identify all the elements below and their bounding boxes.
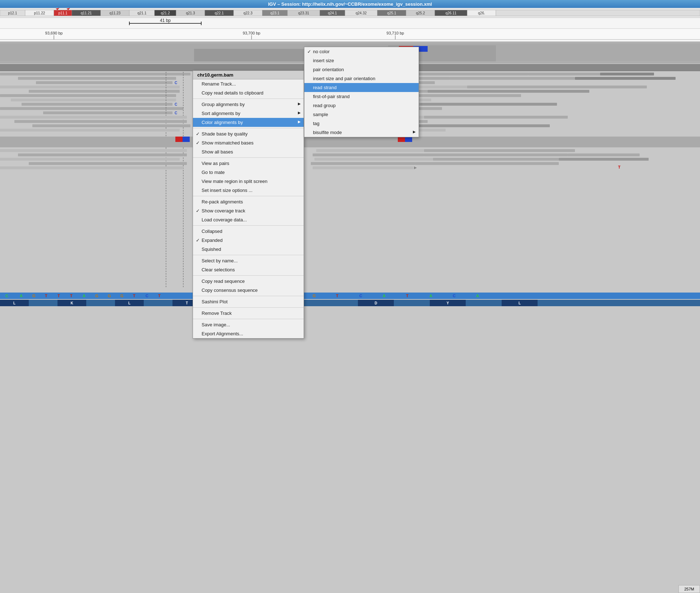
color-alignments-submenu: no color insert size pair orientation in…: [304, 47, 419, 137]
svg-text:q21.1: q21.1: [137, 11, 146, 15]
menu-item-remove-track[interactable]: Remove Track: [193, 309, 304, 318]
svg-marker-137: [414, 166, 417, 169]
menu-item-set-insert-size[interactable]: Set insert size options ...: [193, 186, 304, 195]
svg-rect-72: [18, 77, 176, 80]
menu-item-collapsed[interactable]: Collapsed: [193, 227, 304, 236]
menu-item-view-as-pairs[interactable]: View as pairs: [193, 159, 304, 168]
submenu-item-no-color[interactable]: no color: [304, 47, 419, 56]
menu-sep-2: [193, 128, 304, 128]
svg-text:q24.32: q24.32: [356, 11, 367, 15]
menu-item-load-coverage[interactable]: Load coverage data...: [193, 215, 304, 224]
svg-rect-98: [43, 111, 172, 114]
svg-text:Y: Y: [447, 301, 449, 305]
menu-sep-9: [193, 307, 304, 308]
svg-marker-15: [66, 8, 70, 10]
menu-item-export-alignments[interactable]: Export Alignments...: [193, 329, 304, 338]
svg-rect-103: [0, 116, 187, 119]
submenu-item-sample[interactable]: sample: [304, 110, 419, 119]
menu-item-go-to-mate[interactable]: Go to mate: [193, 168, 304, 177]
submenu-item-first-of-pair-strand[interactable]: first-of-pair strand: [304, 92, 419, 101]
svg-text:q26.11: q26.11: [446, 11, 457, 15]
svg-text:93,690 bp: 93,690 bp: [45, 31, 63, 35]
menu-item-save-image[interactable]: Save image...: [193, 320, 304, 329]
menu-item-show-mismatched[interactable]: Show mismatched bases: [193, 138, 304, 147]
svg-text:G: G: [32, 294, 36, 298]
menu-item-squished[interactable]: Squished: [193, 245, 304, 254]
menu-item-show-coverage[interactable]: Show coverage track: [193, 206, 304, 215]
submenu-item-insert-size[interactable]: insert size: [304, 56, 419, 65]
svg-rect-168: [86, 300, 115, 306]
svg-rect-67: [395, 65, 700, 70]
svg-rect-76: [36, 81, 172, 84]
svg-text:q22.1: q22.1: [215, 11, 224, 15]
app-container: IGV – Session: http://helix.nih.gov/~CCB…: [0, 0, 700, 593]
svg-text:K: K: [70, 301, 73, 305]
menu-item-clear-selections[interactable]: Clear selections: [193, 265, 304, 274]
svg-text:q25.2: q25.2: [416, 11, 425, 15]
svg-rect-79: [0, 86, 180, 88]
svg-rect-60: [194, 49, 309, 61]
svg-text:L: L: [519, 301, 521, 305]
submenu-item-read-strand[interactable]: read strand: [304, 83, 419, 92]
svg-text:q21.2: q21.2: [161, 11, 170, 15]
svg-text:D: D: [374, 301, 377, 305]
menu-item-copy-read-seq[interactable]: Copy read sequence: [193, 277, 304, 286]
submenu-item-read-group[interactable]: read group: [304, 101, 419, 110]
status-bar: 257M: [678, 585, 700, 593]
menu-item-color-alignments[interactable]: Color alignments by: [193, 118, 304, 127]
svg-rect-84: [428, 90, 589, 93]
svg-rect-92: [22, 103, 172, 106]
menu-item-group-alignments[interactable]: Group alignments by: [193, 100, 304, 109]
title-text: IGV – Session: http://helix.nih.gov/~CCB…: [268, 1, 432, 7]
menu-item-copy-read-details[interactable]: Copy read details to clipboard: [193, 88, 304, 97]
svg-text:A: A: [83, 294, 86, 298]
svg-text:A: A: [429, 294, 432, 298]
svg-rect-120: [316, 149, 424, 152]
menu-item-repack[interactable]: Re-pack alignments: [193, 197, 304, 206]
aa-row-1-svg: L K L T K: [0, 300, 700, 306]
svg-rect-71: [600, 73, 654, 75]
svg-text:T: T: [133, 294, 135, 298]
sequence-row: C A G T T T A G G G T C T G T C A T A C: [0, 293, 700, 299]
context-menu: chr10.germ.bam Rename Track... Copy read…: [193, 70, 304, 339]
svg-text:q21.3: q21.3: [186, 11, 195, 15]
menu-item-select-by-name[interactable]: Select by name...: [193, 256, 304, 265]
svg-text:A: A: [383, 294, 386, 298]
svg-rect-90: [11, 98, 176, 101]
menu-item-expanded[interactable]: Expanded: [193, 236, 304, 245]
amino-acid-row-1: L K L T K: [0, 300, 700, 306]
svg-rect-111: [0, 129, 180, 132]
svg-text:T: T: [336, 294, 339, 298]
submenu-item-tag[interactable]: tag: [304, 119, 419, 128]
svg-rect-127: [0, 158, 180, 161]
svg-text:T: T: [45, 294, 47, 298]
svg-rect-108: [32, 124, 190, 127]
menu-item-sashimi-plot[interactable]: Sashimi Plot: [193, 297, 304, 306]
svg-text:T: T: [158, 294, 161, 298]
bp-ruler-row: 93,690 bp 93,700 bp 93,710 bp: [0, 29, 700, 42]
menu-item-copy-consensus-seq[interactable]: Copy consensus sequence: [193, 286, 304, 295]
svg-rect-125: [424, 153, 568, 156]
submenu-item-insert-size-pair[interactable]: insert size and pair orientation: [304, 74, 419, 83]
menu-sep-1: [193, 98, 304, 99]
chromosome-ideogram: p12.1 p11.22 p11.1 q11.21 q11.23 q21.1 q…: [0, 8, 700, 18]
svg-text:q25.1: q25.1: [387, 11, 396, 15]
menu-item-rename[interactable]: Rename Track...: [193, 79, 304, 88]
context-menu-header: chr10.germ.bam: [193, 71, 304, 79]
scale-bar-svg: 41 bp: [0, 18, 700, 29]
menu-item-show-all-bases[interactable]: Show all bases: [193, 147, 304, 156]
scale-bar-row: 41 bp: [0, 18, 700, 29]
submenu-item-pair-orientation[interactable]: pair orientation: [304, 65, 419, 74]
menu-item-sort-alignments[interactable]: Sort alignments by: [193, 109, 304, 118]
svg-rect-130: [559, 158, 649, 161]
menu-item-view-mate-region[interactable]: View mate region in split screen: [193, 177, 304, 186]
svg-text:41 bp: 41 bp: [160, 18, 171, 23]
svg-rect-110: [413, 124, 550, 127]
svg-rect-132: [311, 162, 415, 165]
svg-rect-116: [183, 137, 190, 142]
chr-ideogram-svg: p12.1 p11.22 p11.1 q11.21 q11.23 q21.1 q…: [0, 8, 700, 18]
menu-item-shade-base[interactable]: Shade base by quality: [193, 129, 304, 138]
bp-ruler-svg: 93,690 bp 93,700 bp 93,710 bp: [0, 29, 700, 42]
submenu-item-bisulfite-mode[interactable]: bisulfite mode: [304, 128, 419, 137]
svg-rect-117: [398, 137, 405, 142]
